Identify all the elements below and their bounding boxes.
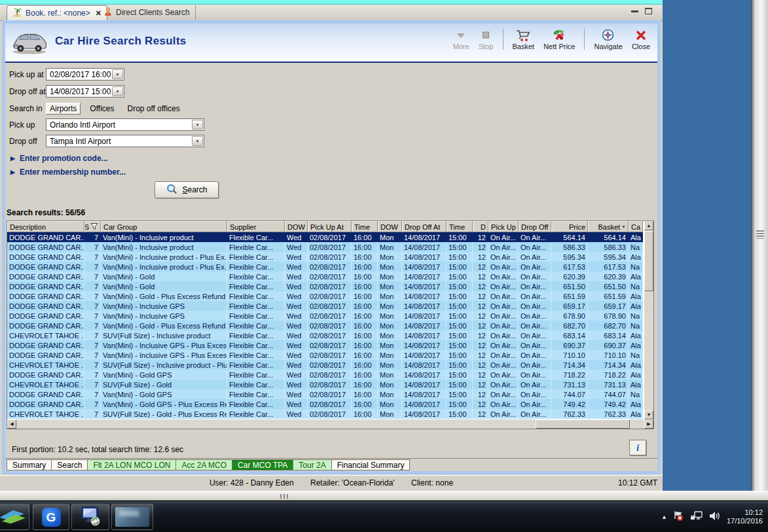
result-row[interactable]: DODGE GRAND CAR...7Van(Mini) - Inclusive… [7,301,643,311]
membership-number-expander[interactable]: ▶ Enter membership number... [10,168,126,177]
bottom-tab-acc-2a-mco[interactable]: Acc 2A MCO [176,459,232,470]
column-header-car-group[interactable]: Car Group [101,221,227,232]
pickup-at-combobox[interactable]: 02/08/2017 16:00 ▾ [46,68,124,80]
column-header-dow[interactable]: DOW [285,221,308,232]
result-row[interactable]: CHEVROLET TAHOE ...7SUV(Full Size) - Inc… [7,330,643,340]
result-row[interactable]: CHEVROLET TAHOE ...7SUV(Full Size) - Inc… [7,360,643,370]
close-button[interactable]: Close [627,27,655,51]
vscroll-thumb[interactable] [644,231,653,291]
chevron-down-icon[interactable]: ▾ [192,120,203,130]
taskbar-item-g-app[interactable]: G [33,504,69,530]
result-row[interactable]: DODGE GRAND CAR...7Van(Mini) - Inclusive… [7,242,643,252]
result-cell: 659.17 [551,301,588,311]
column-header-s[interactable]: S [84,221,101,232]
maximize-icon[interactable] [645,8,652,14]
tray-expand-icon[interactable]: ▲ [661,514,667,520]
filter-icon[interactable] [90,222,98,232]
right-dock-grip[interactable] [756,230,764,239]
horizontal-splitter[interactable] [0,491,768,501]
column-header-pick-up[interactable]: Pick Up [488,221,519,232]
search-button[interactable]: Search [155,181,219,198]
result-row[interactable]: DODGE GRAND CAR...7Van(Mini) - Inclusive… [7,252,643,262]
result-cell: 12 [473,301,488,311]
result-row[interactable]: DODGE GRAND CAR...7Van(Mini) - Gold GPSF… [7,370,643,380]
taskbar-item-window-preview[interactable] [111,504,153,530]
bottom-tab-flt-2a-lon-mco-lon[interactable]: Flt 2A LON MCO LON [88,459,176,470]
scroll-up-icon[interactable]: ▲ [644,221,653,230]
result-cell: Van(Mini) - Inclusive product [101,232,227,242]
result-row[interactable]: DODGE GRAND CAR...7Van(Mini) - Inclusive… [7,350,643,360]
horizontal-scrollbar[interactable]: ◀ ▶ [7,419,653,429]
dropoff-at-combobox[interactable]: 14/08/2017 15:00 ▾ [46,85,124,98]
bottom-tab-financial-summary[interactable]: Financial Summary [332,459,411,470]
result-cell: 14/08/2017 [402,281,447,291]
result-row[interactable]: DODGE GRAND CAR...7Van(Mini) - Gold GPS … [7,399,643,409]
chevron-down-icon[interactable]: ▾ [192,136,203,146]
taskbar-item-remote-desktop[interactable] [71,504,109,530]
bottom-tab-tour-2a[interactable]: Tour 2A [293,459,331,470]
scroll-right-icon[interactable]: ▶ [644,419,653,429]
hscroll-thumb[interactable] [536,419,630,429]
result-cell: 12 [473,232,488,242]
splitter-grip[interactable] [280,494,290,499]
result-cell: Ala [629,409,643,419]
result-cell: 7 [84,370,101,380]
result-row[interactable]: DODGE GRAND CAR...7Van(Mini) - GoldFlexi… [7,272,643,281]
speaker-icon[interactable] [709,511,721,523]
result-row[interactable]: DODGE GRAND CAR...7Van(Mini) - Inclusive… [7,262,643,272]
column-header-price[interactable]: Price [551,221,588,232]
result-row[interactable]: DODGE GRAND CAR...7Van(Mini) - Gold - Pl… [7,291,643,301]
column-header-ca[interactable]: Ca [629,221,643,232]
bottom-tab-search[interactable]: Search [52,459,88,470]
vertical-scrollbar[interactable]: ▲ ▼ [644,221,653,419]
taskbar-clock[interactable]: 10:12 17/10/2016 [727,508,763,525]
scroll-down-icon[interactable]: ▼ [644,410,653,419]
tab-direct-clients-search[interactable]: Direct Clients Search [98,5,196,20]
result-cell: SUV(Full Size) - Inclusive product - Plu… [101,360,227,370]
right-dock-splitter[interactable] [751,0,768,501]
promotion-code-expander[interactable]: ▶ Enter promotion code... [10,154,108,163]
column-header-time[interactable]: Time [447,221,473,232]
result-row[interactable]: DODGE GRAND CAR...7Van(Mini) - Gold GPSF… [7,389,643,399]
result-cell: 02/08/2017 [308,252,352,262]
column-header-drop-off-at[interactable]: Drop Off At [402,221,447,232]
chevron-down-icon[interactable]: ▾ [112,86,123,96]
basket-button[interactable]: Basket [508,27,539,51]
result-row[interactable]: DODGE GRAND CAR...7Van(Mini) - GoldFlexi… [7,281,643,291]
column-header-description[interactable]: Description [7,221,84,232]
nett-price-button[interactable]: Nett Price [539,27,579,51]
bottom-tab-summary[interactable]: Summary [7,459,52,470]
column-header-time[interactable]: Time [352,221,378,232]
tab-booking-ref[interactable]: Book. ref.: <none> ✕ [7,5,107,20]
result-cell: 15:00 [447,262,473,272]
column-header-drop-off[interactable]: Drop Off [519,221,551,232]
column-header-d[interactable]: D [473,221,488,232]
search-in-option-drop-off-offices[interactable]: Drop off offices [123,103,183,115]
taskbar-item-app1[interactable] [0,504,29,530]
result-row[interactable]: DODGE GRAND CAR...7Van(Mini) - Inclusive… [7,232,643,242]
result-cell: 7 [84,252,101,262]
search-in-option-airports[interactable]: Airports [46,103,81,115]
scroll-left-icon[interactable]: ◀ [7,419,16,429]
result-cell: Flexible Car... [227,301,285,311]
result-row[interactable]: DODGE GRAND CAR...7Van(Mini) - Inclusive… [7,340,643,350]
column-header-supplier[interactable]: Supplier [227,221,285,232]
column-header-basket[interactable]: Basket▼ [588,221,629,232]
minimize-icon[interactable] [631,10,638,12]
column-header-dow[interactable]: DOW [378,221,402,232]
chevron-down-icon[interactable]: ▾ [112,69,123,79]
search-in-option-offices[interactable]: Offices [86,103,118,115]
navigate-button[interactable]: Navigate [589,27,627,51]
result-row[interactable]: CHEVROLET TAHOE ...7SUV(Full Size) - Gol… [7,409,643,419]
result-cell: Flexible Car... [227,330,285,340]
dropoff-combobox[interactable]: Tampa Intl Airport ▾ [46,135,204,147]
column-header-pick-up-at[interactable]: Pick Up At [308,221,352,232]
result-row[interactable]: DODGE GRAND CAR...7Van(Mini) - Gold - Pl… [7,321,643,330]
bottom-tab-car-mco-tpa[interactable]: Car MCO TPA [232,459,293,470]
pickup-combobox[interactable]: Orlando Intl Airport ▾ [46,118,204,131]
info-button[interactable]: i [629,440,646,455]
result-row[interactable]: CHEVROLET TAHOE ...7SUV(Full Size) - Gol… [7,380,643,389]
network-icon[interactable] [690,511,703,523]
result-row[interactable]: DODGE GRAND CAR...7Van(Mini) - Inclusive… [7,311,643,321]
action-center-flag-icon[interactable] [673,510,684,523]
